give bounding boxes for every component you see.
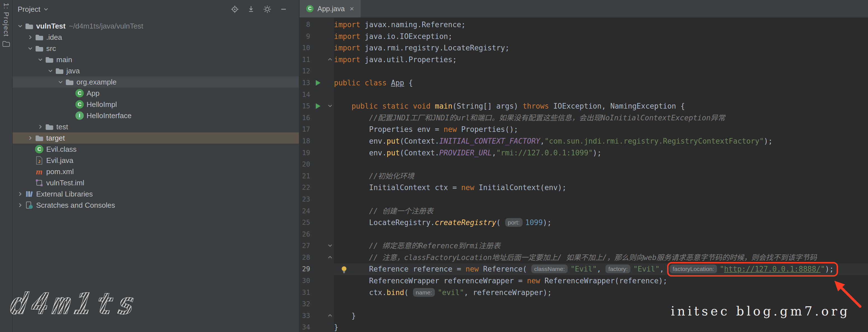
gutter: 15 bbox=[300, 100, 334, 112]
code-line-31[interactable]: 31 ctx.bind( name:"evil", referenceWrapp… bbox=[300, 287, 868, 299]
line-number[interactable]: 25 bbox=[300, 217, 310, 229]
tree-item-evil-java[interactable]: JEvil.java bbox=[12, 155, 299, 166]
tool-window-button-project[interactable]: 1: Project bbox=[2, 3, 10, 37]
tree-item-vulntest[interactable]: vulnTest~/d4m1ts/java/vulnTest bbox=[12, 21, 299, 32]
code-text: // 绑定恶意的Reference到rmi注册表 bbox=[334, 240, 500, 252]
chevron-right-icon[interactable] bbox=[36, 124, 44, 130]
line-number[interactable]: 10 bbox=[300, 42, 310, 54]
line-number[interactable]: 9 bbox=[300, 31, 310, 42]
line-number[interactable]: 21 bbox=[300, 170, 310, 182]
tree-item-src[interactable]: src bbox=[12, 43, 299, 54]
chevron-right-icon[interactable] bbox=[26, 34, 34, 40]
tree-item-main[interactable]: main bbox=[12, 54, 299, 65]
chevron-down-icon[interactable] bbox=[46, 68, 55, 74]
code-line-34[interactable]: 34} bbox=[300, 322, 868, 332]
line-number[interactable]: 31 bbox=[300, 287, 310, 299]
line-number[interactable]: 24 bbox=[300, 205, 310, 217]
tree-item-java[interactable]: java bbox=[12, 65, 299, 76]
tree-item-scratches-and-consoles[interactable]: Scratches and Consoles bbox=[12, 200, 299, 211]
code-line-27[interactable]: 27 // 绑定恶意的Reference到rmi注册表 bbox=[300, 240, 868, 252]
tree-item-org-example[interactable]: org.example bbox=[12, 76, 299, 88]
chevron-down-icon[interactable] bbox=[26, 45, 34, 52]
code-line-19[interactable]: 19 env.put(Context.PROVIDER_URL,"rmi://1… bbox=[300, 147, 868, 159]
line-number[interactable]: 18 bbox=[300, 135, 310, 147]
code-line-21[interactable]: 21 //初始化环境 bbox=[300, 170, 868, 182]
chevron-down-icon[interactable] bbox=[16, 23, 24, 29]
line-number[interactable]: 8 bbox=[300, 19, 310, 31]
line-number[interactable]: 33 bbox=[300, 310, 310, 322]
tree-item-test[interactable]: test bbox=[12, 121, 299, 132]
line-number[interactable]: 15 bbox=[300, 100, 310, 112]
code-line-12[interactable]: 12 bbox=[300, 66, 868, 77]
line-number[interactable]: 28 bbox=[300, 252, 310, 264]
code-area[interactable]: 8import javax.naming.Reference;9import j… bbox=[300, 18, 868, 332]
line-number[interactable]: 23 bbox=[300, 194, 310, 205]
code-line-24[interactable]: 24 // 创建一个注册表 bbox=[300, 205, 868, 217]
locate-opened-file-icon[interactable] bbox=[230, 5, 239, 13]
tree-item-hellointerface[interactable]: IHelloInterface bbox=[12, 110, 299, 121]
line-number[interactable]: 27 bbox=[300, 240, 310, 252]
chevron-down-icon[interactable] bbox=[56, 79, 65, 85]
chevron-down-icon[interactable] bbox=[36, 57, 44, 63]
fold-up-icon[interactable] bbox=[328, 313, 333, 318]
code-line-9[interactable]: 9import java.io.IOException; bbox=[300, 31, 868, 42]
code-line-14[interactable]: 14 bbox=[300, 89, 868, 101]
line-number[interactable]: 16 bbox=[300, 112, 310, 124]
chevron-right-icon[interactable] bbox=[16, 191, 24, 197]
chevron-right-icon[interactable] bbox=[16, 202, 24, 208]
tree-item-vulntest-iml[interactable]: vulnTest.iml bbox=[12, 177, 299, 189]
line-number[interactable]: 12 bbox=[300, 66, 310, 77]
close-icon[interactable]: × bbox=[350, 4, 354, 13]
code-line-20[interactable]: 20 bbox=[300, 159, 868, 170]
line-number[interactable]: 14 bbox=[300, 89, 310, 101]
tree-item-pom-xml[interactable]: mpom.xml bbox=[12, 166, 299, 177]
line-number[interactable]: 19 bbox=[300, 147, 310, 159]
tree-item-target[interactable]: target bbox=[12, 132, 299, 143]
fold-up-icon[interactable] bbox=[328, 57, 333, 61]
line-number[interactable]: 30 bbox=[300, 275, 310, 287]
tree-item-helloimpl[interactable]: CHelloImpl bbox=[12, 99, 299, 110]
settings-gear-icon[interactable] bbox=[263, 5, 272, 13]
line-number[interactable]: 17 bbox=[300, 124, 310, 135]
code-line-29[interactable]: 29 Reference reference = new Reference( … bbox=[300, 263, 868, 275]
line-number[interactable]: 26 bbox=[300, 229, 310, 240]
code-line-25[interactable]: 25 LocateRegistry.createRegistry( port:1… bbox=[300, 217, 868, 229]
fold-down-icon[interactable] bbox=[328, 243, 333, 247]
code-token: App bbox=[391, 79, 404, 87]
line-number[interactable]: 20 bbox=[300, 159, 310, 170]
code-line-11[interactable]: 11import java.util.Properties; bbox=[300, 54, 868, 66]
run-button[interactable] bbox=[316, 80, 320, 86]
code-line-15[interactable]: 15 public static void main(String[] args… bbox=[300, 100, 868, 112]
tree-item-external-libraries[interactable]: External Libraries bbox=[12, 189, 299, 200]
line-number[interactable]: 13 bbox=[300, 77, 310, 89]
line-number[interactable]: 34 bbox=[300, 322, 310, 332]
tree-item-evil-class[interactable]: CEvil.class bbox=[12, 143, 299, 155]
code-line-8[interactable]: 8import javax.naming.Reference; bbox=[300, 19, 868, 31]
code-line-17[interactable]: 17 Properties env = new Properties(); bbox=[300, 124, 868, 135]
tree-item-idea[interactable]: .idea bbox=[12, 32, 299, 43]
code-line-18[interactable]: 18 env.put(Context.INITIAL_CONTEXT_FACTO… bbox=[300, 135, 868, 147]
code-line-30[interactable]: 30 ReferenceWrapper referenceWrapper = n… bbox=[300, 275, 868, 287]
project-tool-icon[interactable] bbox=[2, 41, 10, 48]
chevron-right-icon[interactable] bbox=[26, 135, 34, 141]
line-number[interactable]: 29 bbox=[300, 263, 310, 275]
code-line-28[interactable]: 28 // 注意，classFactoryLocation地址后面一定要加上/ … bbox=[300, 252, 868, 264]
line-number[interactable]: 32 bbox=[300, 298, 310, 310]
code-line-22[interactable]: 22 InitialContext ctx = new InitialConte… bbox=[300, 182, 868, 194]
code-line-16[interactable]: 16 //配置JNDI工厂和JNDI的url和端口。如果没有配置这些信息，会出现… bbox=[300, 112, 868, 124]
collapse-all-icon[interactable] bbox=[247, 5, 255, 13]
code-line-10[interactable]: 10import java.rmi.registry.LocateRegistr… bbox=[300, 42, 868, 54]
line-number[interactable]: 22 bbox=[300, 182, 310, 194]
tree-item-app[interactable]: CApp bbox=[12, 88, 299, 99]
tab-app-java[interactable]: C App.java × bbox=[300, 0, 361, 18]
project-view-dropdown[interactable]: Project bbox=[18, 5, 49, 14]
fold-up-icon[interactable] bbox=[328, 255, 333, 259]
fold-down-icon[interactable] bbox=[328, 104, 333, 108]
code-line-26[interactable]: 26 bbox=[300, 229, 868, 240]
code-token: , bbox=[540, 137, 545, 145]
code-line-13[interactable]: 13public class App { bbox=[300, 77, 868, 89]
code-line-23[interactable]: 23 bbox=[300, 194, 868, 205]
line-number[interactable]: 11 bbox=[300, 54, 310, 66]
run-button[interactable] bbox=[316, 103, 320, 109]
hide-panel-icon[interactable] bbox=[279, 5, 288, 13]
